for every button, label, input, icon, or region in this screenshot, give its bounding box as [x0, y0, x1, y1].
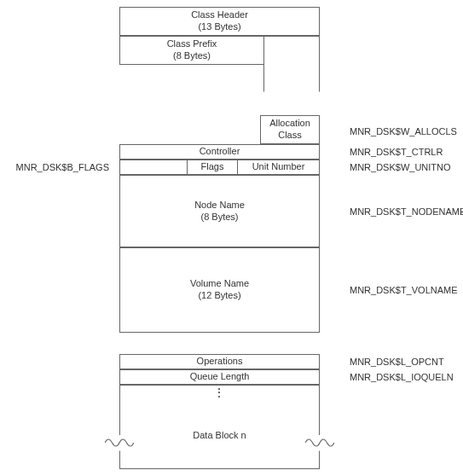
operations-text: Operations	[197, 356, 243, 368]
wave-break-right-icon	[305, 435, 334, 450]
allocation-class-box: Allocation Class	[260, 115, 320, 144]
wave-break-left-icon	[105, 435, 134, 450]
node-name-subtitle: (8 Bytes)	[200, 212, 238, 223]
label-ioqueln: MNR_DSK$L_IOQUELN	[350, 372, 454, 382]
label-allocls: MNR_DSK$W_ALLOCLS	[350, 126, 457, 136]
flags-left-stub	[119, 160, 188, 175]
class-header-box: Class Header (13 Bytes)	[119, 7, 320, 36]
label-nodename: MNR_DSK$T_NODENAME	[350, 206, 463, 217]
controller-text: Controller	[200, 146, 240, 158]
class-prefix-box: Class Prefix (8 Bytes)	[119, 36, 264, 65]
operations-box: Operations	[119, 354, 320, 369]
class-prefix-title: Class Prefix	[167, 38, 217, 50]
label-unitno: MNR_DSK$W_UNITNO	[350, 162, 451, 172]
queue-length-box: Queue Length	[119, 369, 320, 385]
node-name-title: Node Name	[194, 200, 245, 212]
queue-length-text: Queue Length	[190, 371, 250, 383]
class-header-title: Class Header	[191, 9, 248, 21]
label-opcnt: MNR_DSK$L_OPCNT	[350, 357, 444, 367]
flags-text: Flags	[201, 161, 224, 173]
class-prefix-subtitle: (8 Bytes)	[173, 50, 211, 62]
volume-name-subtitle: (12 Bytes)	[198, 290, 240, 302]
controller-box: Controller	[119, 144, 320, 160]
unit-number-box: Unit Number	[237, 160, 320, 175]
flags-box: Flags	[187, 160, 238, 175]
data-block-lower	[119, 450, 320, 469]
volume-name-box: Volume Name (12 Bytes)	[119, 247, 320, 333]
label-b-flags: MNR_DSK$B_FLAGS	[0, 162, 109, 172]
class-header-subtitle: (13 Bytes)	[198, 21, 240, 33]
node-name-box: Node Name (8 Bytes)	[119, 175, 320, 247]
class-prefix-stub	[263, 36, 320, 92]
allocation-class-text: Allocation Class	[269, 118, 310, 142]
label-volname: MNR_DSK$T_VOLNAME	[350, 285, 458, 295]
volume-name-title: Volume Name	[190, 278, 249, 290]
data-block-text: Data Block n	[193, 430, 246, 442]
unit-number-text: Unit Number	[252, 161, 305, 173]
label-ctrlr: MNR_DSK$T_CTRLR	[350, 147, 443, 157]
vertical-ellipsis-icon: ⋮	[213, 386, 225, 399]
